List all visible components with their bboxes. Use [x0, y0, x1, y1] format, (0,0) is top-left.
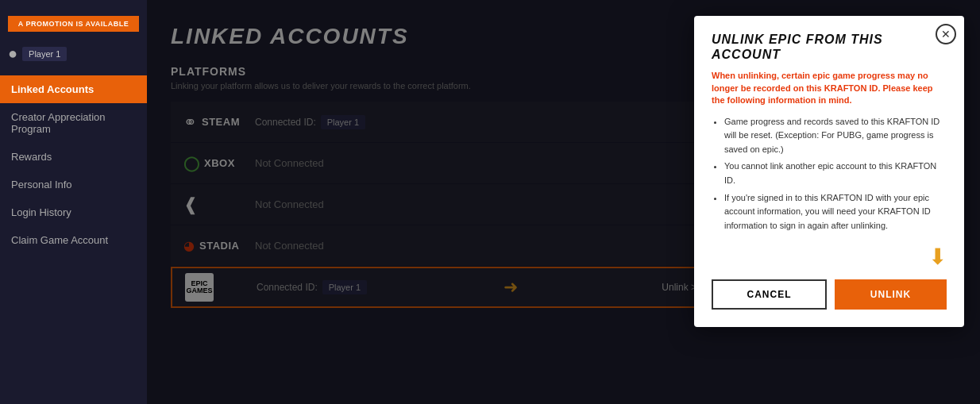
- sidebar-item-login-history[interactable]: Login History: [0, 198, 147, 226]
- sidebar-item-creator-appreciation[interactable]: Creator Appreciation Program: [0, 103, 147, 143]
- sidebar: A PROMOTION IS AVAILABLE ● Player 1 Link…: [0, 0, 147, 404]
- modal-overlay: ✕ UNLINK EPIC FROM THIS ACCOUNT When unl…: [147, 0, 980, 404]
- username-badge: Player 1: [22, 47, 67, 61]
- sidebar-nav: Linked Accounts Creator Appreciation Pro…: [0, 75, 147, 254]
- modal-down-arrow-icon: ⬇: [928, 244, 947, 270]
- sidebar-item-claim-game-account[interactable]: Claim Game Account: [0, 226, 147, 254]
- modal-close-button[interactable]: ✕: [936, 24, 956, 44]
- sidebar-item-rewards[interactable]: Rewards: [0, 143, 147, 171]
- promo-banner[interactable]: A PROMOTION IS AVAILABLE: [8, 16, 139, 32]
- user-avatar-icon: ●: [8, 44, 17, 63]
- modal-title: UNLINK EPIC FROM THIS ACCOUNT: [712, 32, 947, 62]
- modal-bullet-2: You cannot link another epic account to …: [724, 160, 947, 187]
- unlink-button[interactable]: UNLINK: [835, 279, 947, 310]
- modal-bullet-1: Game progress and records saved to this …: [724, 115, 947, 157]
- cancel-button[interactable]: CANCEL: [712, 279, 827, 310]
- user-row: ● Player 1: [0, 40, 147, 67]
- sidebar-item-personal-info[interactable]: Personal Info: [0, 171, 147, 198]
- modal-bullet-list: Game progress and records saved to this …: [712, 115, 947, 233]
- modal-warning-text: When unlinking, certain epic game progre…: [712, 70, 947, 106]
- modal-bullet-3: If you're signed in to this KRAFTON ID w…: [724, 191, 947, 233]
- sidebar-item-linked-accounts[interactable]: Linked Accounts: [0, 75, 147, 103]
- modal-actions: CANCEL UNLINK: [712, 279, 947, 310]
- modal-arrow-row: ⬇: [712, 244, 947, 270]
- unlink-modal: ✕ UNLINK EPIC FROM THIS ACCOUNT When unl…: [694, 16, 964, 327]
- main-content: LINKED ACCOUNTS PLATFORMS Linking your p…: [147, 0, 980, 404]
